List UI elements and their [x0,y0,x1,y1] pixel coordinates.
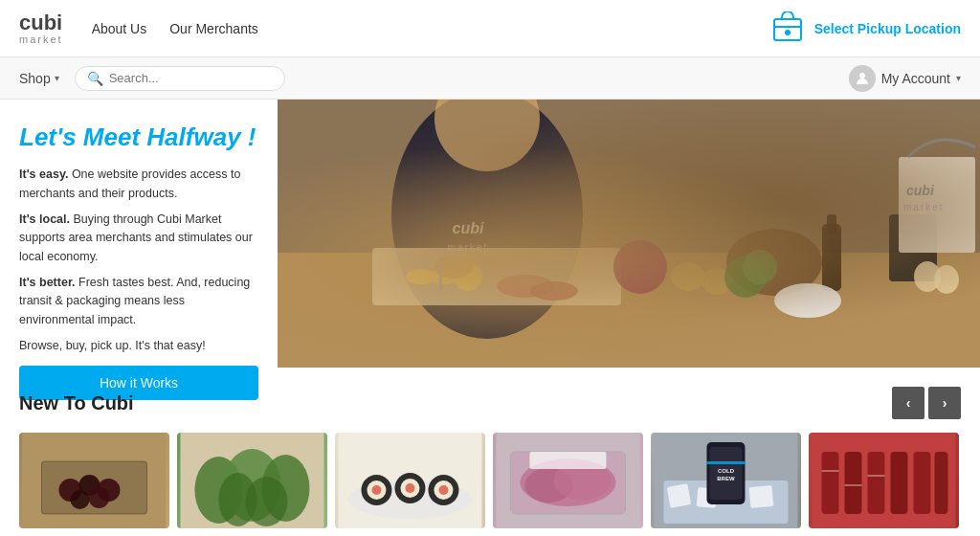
hero-image-overlay [278,100,980,368]
hero-text-panel: Let's Meet Halfway ! It's easy. One webs… [0,100,278,368]
account-menu[interactable]: My Account ▾ [849,65,961,92]
nav-link-about-us[interactable]: About Us [92,21,147,36]
hero-title: Let's Meet Halfway ! [19,123,258,152]
svg-rect-76 [844,452,861,514]
logo[interactable]: cubi market [19,12,63,45]
svg-point-54 [405,483,414,493]
hero-better-text: It's better. Fresh tastes best. And, red… [19,274,258,329]
search-icon: 🔍 [87,71,103,86]
search-input[interactable] [109,71,262,85]
shop-dropdown[interactable]: Shop ▾ [19,71,59,86]
product-card[interactable]: COLD BREW [651,433,801,528]
pickup-icon [770,11,805,46]
carousel-next-button[interactable]: › [928,387,961,419]
secondary-navigation: Shop ▾ 🔍 My Account ▾ [0,57,980,100]
svg-rect-75 [821,452,838,514]
hero-browse-text: Browse, buy, pick up. It's that easy! [19,339,258,352]
svg-rect-66 [666,483,690,507]
pickup-label: Select Pickup Location [814,21,961,36]
svg-point-39 [70,490,89,509]
svg-point-57 [438,485,448,495]
hero-image: cubi market cubi market [278,100,980,368]
product-card[interactable] [335,433,485,528]
svg-point-40 [88,487,109,508]
product-card[interactable] [19,433,169,528]
svg-rect-78 [890,452,907,514]
hero-section: Let's Meet Halfway ! It's easy. One webs… [0,100,980,368]
svg-rect-73 [706,461,745,464]
svg-point-3 [859,73,865,78]
svg-point-46 [245,477,287,526]
section-title: New To Cubi [19,392,134,414]
svg-point-51 [371,485,381,495]
account-label: My Account [881,71,950,86]
hero-local-label: It's local. [19,212,70,226]
product-image-4 [493,433,643,528]
carousel-prev-button[interactable]: ‹ [892,387,924,419]
search-bar: 🔍 [75,66,285,91]
carousel-controls: ‹ › [892,387,961,419]
svg-text:COLD: COLD [718,468,735,474]
svg-rect-79 [913,452,930,514]
shop-label: Shop [19,71,51,86]
product-card[interactable] [493,433,643,528]
hero-easy-label: It's easy. [19,168,68,181]
svg-rect-80 [934,452,947,514]
hero-local-text: It's local. Buying through Cubi Market s… [19,211,258,266]
product-card[interactable] [809,433,959,528]
account-avatar-icon [849,65,876,92]
svg-point-2 [785,30,791,35]
hero-better-label: It's better. [19,276,76,289]
top-navigation: cubi market About Us Our Merchants Selec… [0,0,980,57]
nav-link-our-merchants[interactable]: Our Merchants [169,21,258,36]
svg-rect-68 [748,485,773,508]
svg-text:BREW: BREW [717,476,735,481]
svg-rect-63 [529,452,606,469]
product-card[interactable] [177,433,327,528]
shop-chevron-icon: ▾ [55,73,59,83]
logo-cubi-text: cubi [19,12,62,34]
product-image-1 [19,433,169,528]
product-image-3 [335,433,485,528]
account-chevron-icon: ▾ [956,73,961,83]
logo-market-text: market [19,34,63,45]
product-image-2 [177,433,327,528]
product-image-5: COLD BREW [651,433,801,528]
product-grid: COLD BREW [19,433,961,528]
product-image-6 [809,433,959,528]
pickup-location-selector[interactable]: Select Pickup Location [770,11,961,46]
hero-easy-text: It's easy. One website provides access t… [19,166,258,203]
top-nav-links: About Us Our Merchants [92,21,258,36]
svg-rect-77 [867,452,884,514]
